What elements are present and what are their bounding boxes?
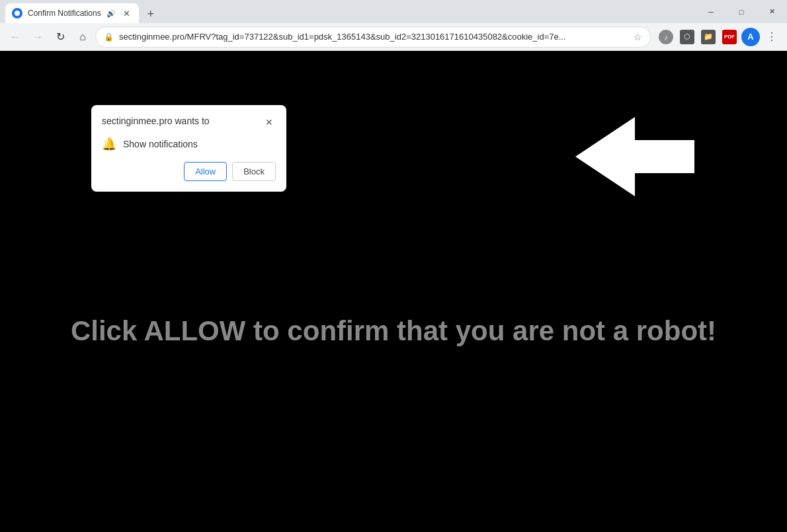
pointing-arrow (575, 117, 694, 196)
profile-icon[interactable]: A (741, 27, 761, 47)
close-button[interactable]: ✕ (757, 0, 787, 23)
popup-header: sectinginmee.pro wants to ✕ (102, 116, 276, 129)
music-circle: ♪ (659, 30, 673, 44)
url-text: sectinginmee.pro/MFRV?tag_id=737122&sub_… (119, 32, 628, 42)
profile-avatar: A (741, 28, 760, 46)
browser-window: Confirm Notifications 🔊 ✕ + ─ □ ✕ ← → ↻ … (0, 0, 787, 532)
ext-box: ⬡ (680, 30, 694, 44)
pdf-box: PDF (722, 30, 737, 44)
tab-title: Confirm Notifications (28, 9, 101, 18)
block-button[interactable]: Block (232, 162, 276, 181)
pdf-icon[interactable]: PDF (720, 27, 739, 47)
notification-popup: sectinginmee.pro wants to ✕ 🔔 Show notif… (91, 105, 286, 192)
lock-icon: 🔒 (104, 32, 114, 42)
window-controls: ─ □ ✕ (696, 0, 787, 23)
music-toolbar-icon[interactable]: ♪ (656, 27, 676, 47)
popup-close-button[interactable]: ✕ (263, 116, 276, 129)
tab-strip: Confirm Notifications 🔊 ✕ + (0, 0, 160, 23)
address-bar[interactable]: 🔒 sectinginmee.pro/MFRV?tag_id=737122&su… (95, 26, 651, 48)
tab-favicon (12, 8, 22, 19)
folder-box: 📁 (701, 30, 716, 44)
browser-content: sectinginmee.pro wants to ✕ 🔔 Show notif… (0, 51, 787, 532)
navbar: ← → ↻ ⌂ 🔒 sectinginmee.pro/MFRV?tag_id=7… (0, 23, 787, 51)
home-button[interactable]: ⌂ (73, 27, 93, 47)
bookmark-star-icon[interactable]: ☆ (634, 32, 642, 42)
popup-site-text: sectinginmee.pro wants to (102, 116, 210, 126)
minimize-button[interactable]: ─ (696, 0, 726, 23)
refresh-button[interactable]: ↻ (50, 27, 70, 47)
menu-button[interactable]: ⋮ (762, 27, 782, 47)
titlebar: Confirm Notifications 🔊 ✕ + ─ □ ✕ (0, 0, 787, 23)
popup-buttons: Allow Block (102, 162, 276, 181)
new-tab-button[interactable]: + (142, 5, 160, 23)
main-text-content: Click ALLOW to confirm that you are not … (71, 315, 716, 346)
svg-marker-0 (575, 117, 694, 196)
active-tab[interactable]: Confirm Notifications 🔊 ✕ (5, 3, 139, 23)
notification-label: Show notifications (123, 139, 198, 149)
allow-button[interactable]: Allow (184, 162, 227, 181)
folder-icon[interactable]: 📁 (698, 27, 718, 47)
maximize-button[interactable]: □ (726, 0, 757, 23)
extensions-icon[interactable]: ⬡ (677, 27, 697, 47)
tab-mute-icon[interactable]: 🔊 (106, 9, 116, 18)
bell-icon: 🔔 (102, 137, 116, 151)
forward-button[interactable]: → (28, 27, 48, 47)
popup-notification-row: 🔔 Show notifications (102, 137, 276, 151)
arrow-container (575, 117, 694, 199)
toolbar-icons: ♪ ⬡ 📁 PDF A ⋮ (656, 27, 782, 47)
pdf-label: PDF (724, 34, 735, 40)
page-main-text: Click ALLOW to confirm that you are not … (0, 315, 787, 347)
tab-close-button[interactable]: ✕ (121, 8, 132, 19)
back-button[interactable]: ← (5, 27, 25, 47)
